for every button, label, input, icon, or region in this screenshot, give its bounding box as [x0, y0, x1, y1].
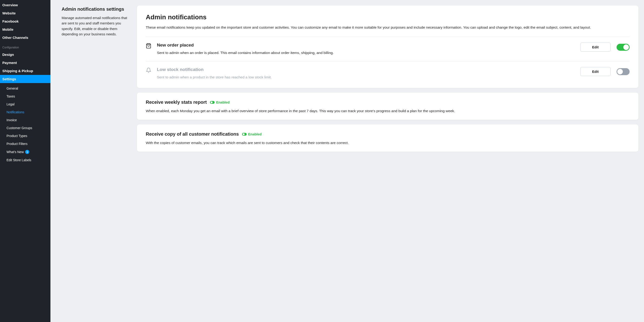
shopping-bag-icon	[146, 43, 153, 49]
edit-button-low-stock[interactable]: Edit	[580, 67, 610, 76]
sidebar-item-mobile[interactable]: Mobile	[0, 25, 50, 34]
settings-sub-customer-groups[interactable]: Customer Groups	[0, 124, 50, 132]
sidebar-item-facebook[interactable]: Facebook	[0, 17, 50, 25]
settings-sub-whats-new[interactable]: What's New 1	[0, 148, 50, 156]
sidebar-section-label: Configuration	[0, 42, 50, 51]
settings-sub-taxes[interactable]: Taxes	[0, 92, 50, 100]
intro-text: Manage automated email notifications tha…	[62, 15, 131, 37]
copy-status-text: Enabled	[248, 132, 262, 136]
settings-sub-legal[interactable]: Legal	[0, 100, 50, 108]
notification-title: Low stock notification	[157, 67, 576, 72]
stats-status-text: Enabled	[216, 100, 230, 104]
settings-sub-product-filters[interactable]: Product Filters	[0, 140, 50, 148]
intro-column: Admin notifications settings Manage auto…	[62, 6, 131, 316]
copy-status-badge[interactable]: Enabled	[242, 132, 262, 136]
settings-subnav: General Taxes Legal Notifications Invoic…	[0, 83, 50, 166]
card-title: Admin notifications	[146, 14, 630, 21]
stats-status-badge[interactable]: Enabled	[210, 100, 230, 104]
toggle-new-order[interactable]	[616, 44, 630, 51]
sidebar-item-payment[interactable]: Payment	[0, 59, 50, 67]
settings-sub-invoice[interactable]: Invoice	[0, 116, 50, 124]
content-area: Admin notifications settings Manage auto…	[50, 0, 644, 322]
notification-description: Sent to admin when a product in the stor…	[157, 75, 576, 80]
intro-title: Admin notifications settings	[62, 7, 131, 12]
panel-column: Admin notifications These email notifica…	[137, 6, 638, 316]
copy-notifications-card: Receive copy of all customer notificatio…	[137, 125, 638, 152]
card-description: These email notifications keep you updat…	[146, 25, 630, 37]
stats-description: When enabled, each Monday you get an ema…	[146, 108, 630, 114]
notification-row-new-order: New order placed Sent to admin when an o…	[146, 37, 630, 61]
stats-title: Receive weekly stats report	[146, 100, 207, 105]
notification-row-low-stock: Low stock notification Sent to admin whe…	[146, 61, 630, 81]
settings-sub-general[interactable]: General	[0, 85, 50, 92]
edit-button-new-order[interactable]: Edit	[580, 43, 610, 52]
mini-toggle-icon	[242, 133, 247, 136]
settings-sub-edit-store-labels[interactable]: Edit Store Labels	[0, 156, 50, 164]
notification-description: Sent to admin when an order is placed. T…	[157, 50, 576, 56]
copy-title: Receive copy of all customer notificatio…	[146, 131, 239, 137]
bell-icon	[146, 67, 153, 73]
notification-title: New order placed	[157, 43, 576, 48]
admin-notifications-card: Admin notifications These email notifica…	[137, 6, 638, 88]
settings-sub-product-types[interactable]: Product Types	[0, 132, 50, 140]
sidebar: Overview Website Facebook Mobile Other C…	[0, 0, 50, 322]
toggle-low-stock[interactable]	[616, 68, 630, 75]
settings-sub-notifications[interactable]: Notifications	[0, 108, 50, 116]
sidebar-item-website[interactable]: Website	[0, 9, 50, 17]
weekly-stats-card: Receive weekly stats report Enabled When…	[137, 93, 638, 120]
sidebar-item-design[interactable]: Design	[0, 51, 50, 59]
sidebar-item-settings[interactable]: Settings	[0, 75, 50, 83]
whats-new-badge: 1	[25, 150, 29, 154]
copy-description: With the copies of customer emails, you …	[146, 140, 630, 146]
sidebar-item-shipping-pickup[interactable]: Shipping & Pickup	[0, 67, 50, 75]
mini-toggle-icon	[210, 101, 214, 104]
settings-sub-label: What's New	[6, 150, 24, 154]
sidebar-item-other-channels[interactable]: Other Channels	[0, 34, 50, 42]
sidebar-item-overview[interactable]: Overview	[0, 1, 50, 9]
